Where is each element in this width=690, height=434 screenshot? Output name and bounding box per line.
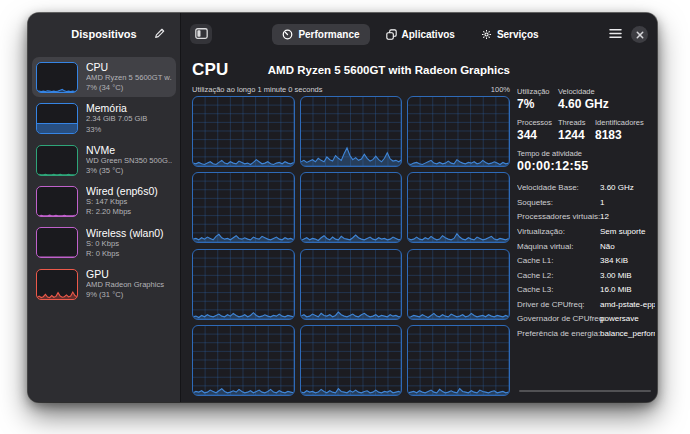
cpu-details-list: Velocidade Base:3.60 GHzSoquetes:1Proces… [517, 181, 653, 342]
stat-speed: Velocidade 4.60 GHz [558, 87, 653, 111]
edit-devices-button[interactable] [150, 24, 170, 44]
tab-label: Aplicativos [402, 29, 455, 40]
core-chart-6 [192, 249, 295, 320]
tab-aplicativos[interactable]: Aplicativos [376, 24, 465, 45]
wired-thumbnail [36, 186, 78, 217]
detail-label: Máquina virtual: [517, 240, 600, 255]
core-chart-1 [300, 96, 403, 167]
core-chart-9 [192, 325, 295, 396]
detail-value: 1 [600, 196, 604, 211]
sidebar: Dispositivos CPUAMD Ryzen 5 5600GT w...7… [28, 13, 181, 402]
detail-label: Cache L1: [517, 254, 600, 269]
stats-horizontal-scrollbar[interactable] [519, 390, 651, 392]
close-icon [636, 27, 644, 42]
device-subline-1: AMD Radeon Graphics [86, 280, 172, 290]
sidebar-panel-icon [195, 27, 208, 42]
detail-value: 384 KiB [600, 254, 628, 269]
detail-row: Cache L2:3.00 MiB [517, 269, 653, 284]
tab-performance[interactable]: Performance [272, 24, 369, 45]
stats-row-1: Utilização 7% Velocidade 4.60 GHz [517, 87, 653, 111]
device-item-wireless[interactable]: Wireless (wlan0)S: 0 KbpsR: 0 Kbps [32, 223, 176, 263]
memory-thumbnail [36, 103, 78, 134]
core-chart-3 [192, 172, 295, 243]
core-chart-0 [192, 96, 295, 167]
detail-label: Virtualização: [517, 225, 600, 240]
detail-row: Cache L3:16.0 MiB [517, 283, 653, 298]
device-text: Wireless (wlan0)S: 0 KbpsR: 0 Kbps [86, 227, 172, 259]
detail-label: Cache L3: [517, 283, 600, 298]
stat-handles: Identificadores 8183 [595, 118, 653, 142]
detail-value: balance_performa [600, 327, 655, 342]
detail-row: Máquina virtual:Não [517, 240, 653, 255]
sidebar-header: Dispositivos [28, 13, 180, 55]
sidebar-title: Dispositivos [71, 28, 136, 40]
gpu-thumbnail [36, 269, 78, 300]
window-controls [609, 26, 648, 43]
core-chart-4 [300, 172, 403, 243]
device-item-cpu[interactable]: CPUAMD Ryzen 5 5600GT w...7% (34 °C) [32, 57, 176, 97]
device-item-nvme[interactable]: NVMeWD Green SN350 500G...3% (35 °C) [32, 140, 176, 180]
graph-axis-label: Utilização ao longo 1 minute 0 seconds [192, 85, 323, 94]
device-subline-1: 2.34 GiB 7.05 GiB [86, 114, 172, 124]
tab-label: Serviços [497, 29, 539, 40]
device-item-memory[interactable]: Memória2.34 GiB 7.05 GiB33% [32, 98, 176, 138]
detail-label: Governador de CPUfreq: [517, 312, 600, 327]
device-text: NVMeWD Green SN350 500G...3% (35 °C) [86, 144, 172, 176]
detail-row: Preferência de energia:balance_performa [517, 327, 653, 342]
device-item-wired[interactable]: Wired (enp6s0)S: 147 KbpsR: 2.20 Mbps [32, 181, 176, 221]
device-subline-1: S: 0 Kbps [86, 239, 172, 249]
sidebar-toggle-button[interactable] [190, 24, 212, 44]
detail-row: Driver de CPUfreq:amd-pstate-epp [517, 298, 653, 313]
wireless-thumbnail [36, 227, 78, 258]
device-title: Memória [86, 102, 172, 114]
detail-row: Governador de CPUfreq:powersave [517, 312, 653, 327]
core-chart-2 [407, 96, 510, 167]
core-chart-5 [407, 172, 510, 243]
detail-row: Cache L1:384 KiB [517, 254, 653, 269]
detail-label: Driver de CPUfreq: [517, 298, 600, 313]
core-chart-7 [300, 249, 403, 320]
detail-value: Não [600, 240, 615, 255]
device-subline-1: S: 147 Kbps [86, 197, 172, 207]
graph-label-row: Utilização ao longo 1 minute 0 seconds 1… [192, 83, 510, 94]
detail-label: Soquetes: [517, 196, 600, 211]
memory-usage-fill [37, 123, 77, 134]
device-item-gpu[interactable]: GPUAMD Radeon Graphics9% (31 °C) [32, 264, 176, 304]
page-title: CPU [192, 60, 229, 80]
tab-servicos[interactable]: Serviços [471, 24, 549, 45]
detail-value: amd-pstate-epp [600, 298, 655, 313]
detail-label: Cache L2: [517, 269, 600, 284]
detail-value: powersave [600, 312, 639, 327]
device-text: Wired (enp6s0)S: 147 KbpsR: 2.20 Mbps [86, 185, 172, 217]
cpu-thumbnail [36, 62, 78, 93]
detail-row: Soquetes:1 [517, 196, 653, 211]
device-text: Memória2.34 GiB 7.05 GiB33% [86, 102, 172, 134]
stat-utilization: Utilização 7% [517, 87, 558, 111]
performance-cpu-page: CPU AMD Ryzen 5 5600GT with Radeon Graph… [181, 55, 657, 402]
detail-row: Virtualização:Sem suporte [517, 225, 653, 240]
pencil-icon [154, 27, 166, 42]
detail-label: Processadores virtuais: [517, 210, 600, 225]
core-chart-8 [407, 249, 510, 320]
speedometer-icon [282, 29, 293, 40]
detail-value: Sem suporte [600, 225, 645, 240]
close-button[interactable] [631, 26, 648, 43]
main-menu-button[interactable] [609, 27, 622, 42]
stat-threads: Threads 1244 [558, 118, 595, 142]
device-subline-2: 7% (34 °C) [86, 83, 172, 93]
services-gear-icon [481, 29, 492, 40]
apps-icon [386, 29, 397, 40]
tab-label: Performance [298, 29, 359, 40]
device-text: GPUAMD Radeon Graphics9% (31 °C) [86, 268, 172, 300]
device-title: GPU [86, 268, 172, 280]
detail-value: 16.0 MiB [600, 283, 632, 298]
core-utilization-grid [192, 96, 510, 396]
graph-max-label: 100% [491, 85, 510, 94]
device-subline-2: 33% [86, 125, 172, 135]
device-subline-1: WD Green SN350 500G... [86, 156, 172, 166]
device-subline-2: 9% (31 °C) [86, 290, 172, 300]
device-subline-2: R: 0 Kbps [86, 249, 172, 259]
cpu-model-name: AMD Ryzen 5 5600GT with Radeon Graphics [268, 64, 510, 76]
detail-value: 12 [600, 210, 609, 225]
detail-value: 3.00 MiB [600, 269, 632, 284]
